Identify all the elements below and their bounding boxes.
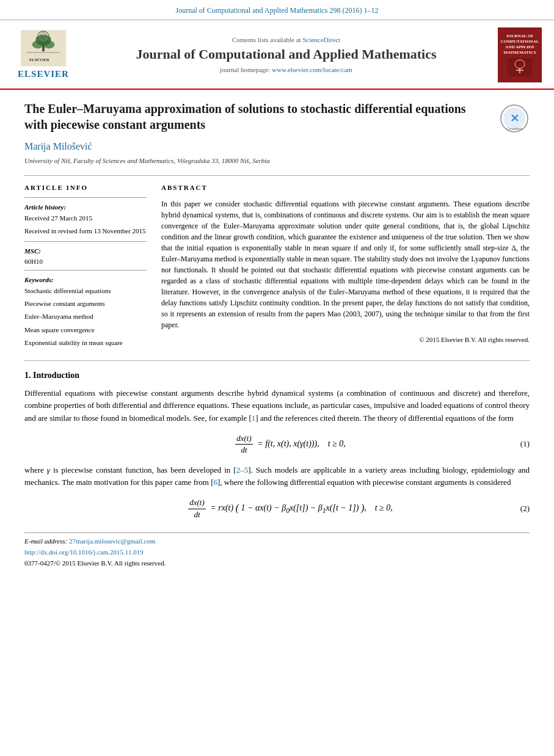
- author-affiliation: University of Niš, Faculty of Sciences a…: [24, 156, 530, 165]
- contents-available: Contents lists available at ScienceDirec…: [84, 35, 488, 45]
- ref-1[interactable]: 1: [252, 413, 256, 423]
- doi-link[interactable]: http://dx.doi.org/10.1016/j.cam.2015.11.…: [24, 548, 144, 556]
- info-divider-3: [24, 270, 147, 271]
- info-divider-2: [24, 241, 147, 242]
- journal-header: ELSEVIER ELSEVIER Contents lists availab…: [0, 20, 554, 90]
- equation-1-number: (1): [505, 438, 530, 449]
- elsevier-logo: ELSEVIER ELSEVIER: [18, 30, 69, 81]
- history-label: Article history:: [24, 203, 147, 212]
- section-1-para1: Differential equations with piecewise co…: [24, 387, 530, 424]
- section-1-para2: where γ is piecewise constant function, …: [24, 464, 530, 489]
- received-revised-date: Received in revised form 13 November 201…: [24, 227, 147, 236]
- equation-2-row: dx(t) dt = rx(t) ( 1 − αx(t) − β0x([t]) …: [24, 497, 530, 520]
- journal-badge: JOURNAL OF COMPUTATIONAL AND APPLIED MAT…: [495, 27, 544, 82]
- svg-text:CrossMark: CrossMark: [506, 127, 523, 131]
- keyword-2: Piecewise constant arguments: [24, 299, 147, 308]
- email-label: E-mail address:: [24, 537, 67, 545]
- issn-footnote: 0377-0427/© 2015 Elsevier B.V. All right…: [24, 559, 530, 568]
- homepage-label: journal homepage:: [220, 66, 270, 73]
- equation-2-number: (2): [505, 503, 530, 514]
- sciencedirect-link[interactable]: ScienceDirect: [302, 36, 340, 43]
- eq2-numerator: dx(t): [188, 497, 206, 509]
- equation-1-content: dx(t) dt = f(t, x(t), x(γ(t))), t ≥ 0,: [73, 433, 505, 456]
- svg-point-6: [43, 40, 54, 48]
- top-bar: Journal of Computational and Applied Mat…: [0, 0, 554, 20]
- svg-text:✕: ✕: [510, 112, 519, 125]
- journal-ref: Journal of Computational and Applied Mat…: [176, 6, 379, 15]
- journal-title-section: Contents lists available at ScienceDirec…: [84, 27, 488, 82]
- copyright-text: © 2015 Elsevier B.V. All rights reserved…: [161, 335, 530, 344]
- keywords-list: Stochastic differential equations Piecew…: [24, 286, 147, 348]
- equation-2-content: dx(t) dt = rx(t) ( 1 − αx(t) − β0x([t]) …: [73, 497, 505, 520]
- eq1-denominator: dt: [239, 445, 248, 456]
- section-1: 1. Introduction Differential equations w…: [24, 369, 530, 520]
- abstract-text: In this paper we consider stochastic dif…: [161, 198, 530, 330]
- email-footnote: E-mail address: 27marija.milosevic@gmail…: [24, 537, 530, 546]
- elsevier-logo-section: ELSEVIER ELSEVIER: [10, 27, 77, 82]
- article-info-title: ARTICLE INFO: [24, 183, 147, 192]
- article-title-section: The Euler–Maruyama approximation of solu…: [24, 101, 530, 134]
- keyword-3: Euler–Maruyama method: [24, 312, 147, 321]
- svg-point-5: [32, 40, 43, 48]
- keyword-1: Stochastic differential equations: [24, 286, 147, 296]
- msc-value: 60H10: [24, 257, 147, 266]
- author-name: Marija Milošević: [24, 140, 530, 153]
- main-content: The Euler–Maruyama approximation of solu…: [0, 90, 554, 583]
- crossmark-icon[interactable]: ✕ CrossMark: [499, 103, 530, 134]
- elsevier-wordmark: ELSEVIER: [18, 68, 69, 81]
- article-title: The Euler–Maruyama approximation of solu…: [24, 101, 483, 133]
- email-address[interactable]: 27marija.milosevic@gmail.com: [69, 537, 156, 545]
- svg-text:ELSEVIER: ELSEVIER: [29, 57, 49, 61]
- info-abstract-section: ARTICLE INFO Article history: Received 2…: [24, 183, 530, 352]
- journal-title: Journal of Computational and Applied Mat…: [84, 46, 488, 62]
- ref-2-5[interactable]: 2–5: [236, 465, 249, 474]
- journal-cover-badge: JOURNAL OF COMPUTATIONAL AND APPLIED MAT…: [498, 27, 542, 82]
- received-date: Received 27 March 2015: [24, 214, 147, 223]
- doi-footnote: http://dx.doi.org/10.1016/j.cam.2015.11.…: [24, 548, 530, 557]
- svg-rect-10: [508, 58, 532, 76]
- ref-6[interactable]: 6: [214, 478, 218, 487]
- badge-image-icon: [508, 58, 532, 76]
- footnote-section: E-mail address: 27marija.milosevic@gmail…: [24, 532, 530, 569]
- homepage-url[interactable]: www.elsevier.com/locate/cam: [272, 66, 352, 73]
- eq1-fraction: dx(t) dt: [235, 433, 253, 456]
- eq2-denominator: dt: [192, 509, 201, 520]
- keyword-5: Exponential stability in mean square: [24, 338, 147, 347]
- body-divider: [24, 360, 530, 361]
- eq1-numerator: dx(t): [235, 433, 253, 445]
- keywords-label: Keywords:: [24, 275, 147, 285]
- article-info-panel: ARTICLE INFO Article history: Received 2…: [24, 183, 147, 352]
- info-divider: [24, 197, 147, 198]
- equation-1-row: dx(t) dt = f(t, x(t), x(γ(t))), t ≥ 0, (…: [24, 433, 530, 456]
- journal-homepage: journal homepage: www.elsevier.com/locat…: [84, 65, 488, 75]
- section-1-title: 1. Introduction: [24, 369, 530, 382]
- badge-text: JOURNAL OF COMPUTATIONAL AND APPLIED MAT…: [500, 34, 539, 56]
- elsevier-tree-icon: ELSEVIER: [19, 30, 68, 67]
- msc-label: MSC:: [24, 247, 147, 256]
- abstract-panel: ABSTRACT In this paper we consider stoch…: [161, 183, 530, 352]
- section-divider-1: [24, 175, 530, 176]
- contents-label: Contents lists available at: [232, 36, 301, 43]
- eq2-fraction: dx(t) dt: [188, 497, 206, 520]
- abstract-title: ABSTRACT: [161, 183, 530, 192]
- keyword-4: Mean square convergence: [24, 325, 147, 335]
